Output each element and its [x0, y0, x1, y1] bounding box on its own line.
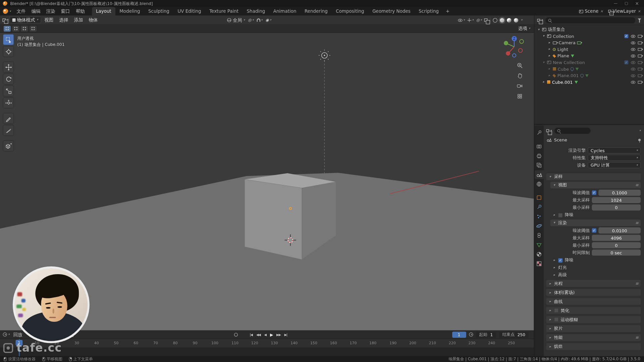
- filter-icon[interactable]: [638, 18, 641, 20]
- frame-start-field[interactable]: 起始1: [476, 331, 496, 338]
- tab-uv-editing[interactable]: UV Editing: [173, 7, 205, 16]
- prev-keyframe-button[interactable]: [255, 333, 261, 337]
- shading-material-button[interactable]: [507, 18, 512, 22]
- tool-add-cube[interactable]: [3, 140, 14, 152]
- timeline-scrub-area[interactable]: 10 20 30 40 50 60 70 80 90 100 110 120 1…: [0, 339, 534, 356]
- section-volumes[interactable]: 体积(雾场): [546, 289, 641, 296]
- viewport-noise-threshold-checkbox[interactable]: [592, 190, 596, 195]
- render-min-samples-field[interactable]: 0: [592, 242, 641, 248]
- render-noise-threshold-checkbox[interactable]: [592, 228, 596, 233]
- collection-checkbox[interactable]: [624, 60, 628, 64]
- eye-icon[interactable]: [631, 54, 635, 57]
- advanced-section[interactable]: 高级: [550, 272, 641, 278]
- maximize-button[interactable]: [621, 0, 632, 7]
- camera-icon[interactable]: [638, 48, 642, 51]
- render-noise-threshold-field[interactable]: 0.0100: [598, 227, 641, 233]
- section-film[interactable]: 胶片: [546, 325, 641, 332]
- tab-particles[interactable]: [535, 212, 544, 221]
- pan-button[interactable]: [516, 72, 523, 79]
- shading-solid-button[interactable]: [500, 18, 504, 22]
- outliner-row-light[interactable]: Light: [534, 46, 644, 53]
- tool-options-menu[interactable]: 选项: [518, 25, 530, 32]
- pivot-point-select[interactable]: [248, 18, 254, 22]
- tab-view-layer[interactable]: [535, 161, 544, 170]
- subsection-render[interactable]: 渲染: [550, 220, 641, 226]
- render-denoise-checkbox[interactable]: [558, 258, 562, 262]
- section-light-paths[interactable]: 光程: [546, 280, 641, 287]
- current-frame-field[interactable]: 1: [452, 331, 466, 338]
- device-select[interactable]: GPU 计算: [588, 162, 641, 168]
- viewport-denoise-section[interactable]: 降噪: [550, 212, 641, 218]
- close-button[interactable]: [632, 0, 642, 7]
- tab-layout[interactable]: Layout: [92, 7, 115, 16]
- tab-texture[interactable]: [535, 259, 544, 268]
- play-button[interactable]: [269, 333, 273, 337]
- gizmos-menu[interactable]: [467, 18, 474, 22]
- outliner-row-camera[interactable]: Camera: [534, 40, 644, 46]
- tab-constraints[interactable]: [535, 231, 544, 240]
- scene-selector[interactable]: Scene: [579, 9, 603, 14]
- menu-file[interactable]: 文件: [14, 7, 29, 16]
- outliner-row-cube[interactable]: Cube: [534, 66, 644, 72]
- disclosure-icon[interactable]: [542, 80, 545, 84]
- camera-icon[interactable]: [638, 61, 642, 64]
- proportional-edit-toggle[interactable]: [265, 18, 271, 22]
- disclosure-icon[interactable]: [547, 74, 551, 77]
- disclosure-icon[interactable]: [547, 54, 551, 58]
- camera-icon[interactable]: [638, 54, 642, 57]
- navigation-gizmo[interactable]: Z: [501, 34, 527, 60]
- overlays-menu[interactable]: [476, 18, 482, 22]
- play-reverse-button[interactable]: [263, 333, 267, 337]
- viewport-noise-threshold-field[interactable]: 0.1000: [598, 190, 641, 196]
- eye-icon[interactable]: [631, 41, 635, 44]
- menu-object[interactable]: 物体: [86, 16, 100, 24]
- section-simplify[interactable]: 简化: [546, 307, 641, 314]
- tab-material[interactable]: [535, 250, 544, 259]
- tab-modifiers[interactable]: [535, 203, 544, 212]
- tab-scene[interactable]: [535, 170, 544, 179]
- tool-scale[interactable]: [3, 85, 14, 97]
- editor-type-button[interactable]: [2, 18, 8, 21]
- tab-physics[interactable]: [535, 222, 544, 230]
- outliner-row-plane-001[interactable]: Plane.001: [534, 72, 644, 79]
- add-workspace-button[interactable]: +: [443, 7, 452, 16]
- camera-icon[interactable]: [638, 81, 642, 84]
- eye-icon[interactable]: [631, 61, 635, 64]
- disclosure-icon[interactable]: [547, 41, 551, 44]
- select-mode-extend-button[interactable]: [12, 26, 19, 32]
- disclosure-icon[interactable]: [547, 67, 551, 71]
- menu-help[interactable]: 帮助: [73, 7, 88, 16]
- snap-toggle[interactable]: [257, 18, 263, 22]
- next-keyframe-button[interactable]: [276, 333, 282, 337]
- preset-icon[interactable]: [635, 221, 639, 225]
- tool-annotate[interactable]: [3, 113, 14, 124]
- section-bake[interactable]: 烘焙: [546, 343, 641, 350]
- camera-icon[interactable]: [638, 67, 642, 70]
- motion-blur-checkbox[interactable]: [554, 317, 558, 322]
- tab-object-data[interactable]: [535, 241, 544, 249]
- outliner-row-plane[interactable]: Plane: [534, 53, 644, 59]
- shading-options-icon[interactable]: [521, 19, 522, 22]
- section-performance[interactable]: 性能: [546, 334, 641, 341]
- time-limit-field[interactable]: 0 sec: [592, 249, 641, 255]
- tool-rotate[interactable]: [3, 73, 14, 84]
- tab-shading[interactable]: Shading: [243, 7, 269, 16]
- tab-compositing[interactable]: Compositing: [332, 7, 368, 16]
- viewport-max-samples-field[interactable]: 1024: [592, 197, 641, 203]
- menu-render[interactable]: 渲染: [43, 7, 58, 16]
- select-mode-new-button[interactable]: [4, 26, 11, 32]
- viewport-min-samples-field[interactable]: 0: [592, 204, 641, 210]
- outliner-row-new-collection[interactable]: New Collection: [534, 59, 644, 66]
- tool-measure[interactable]: [3, 125, 14, 136]
- timeline-ruler[interactable]: 10 20 30 40 50 60 70 80 90 100 110 120 1…: [0, 339, 534, 348]
- viewport-denoise-checkbox[interactable]: [558, 213, 562, 217]
- outliner-search-input[interactable]: [545, 17, 636, 23]
- preset-icon[interactable]: [635, 281, 639, 285]
- camera-view-button[interactable]: [516, 82, 523, 89]
- subsection-viewport[interactable]: 视图: [550, 182, 641, 188]
- collection-checkbox[interactable]: [624, 34, 628, 38]
- unlink-scene-icon[interactable]: [600, 9, 603, 13]
- tool-move[interactable]: [3, 62, 14, 73]
- disclosure-icon[interactable]: [542, 35, 545, 38]
- section-sampling[interactable]: 采样: [546, 173, 641, 180]
